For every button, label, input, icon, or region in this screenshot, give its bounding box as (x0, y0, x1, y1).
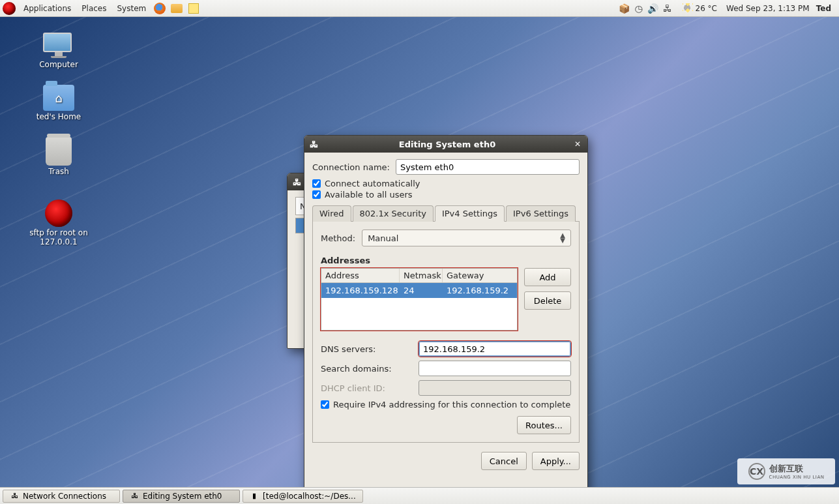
firefox-launcher-icon[interactable] (153, 1, 167, 16)
tab-ipv6-settings[interactable]: IPv6 Settings (506, 205, 576, 222)
available-all-users-checkbox[interactable] (312, 190, 321, 199)
top-panel-left: Applications Places System (0, 1, 202, 16)
cell-netmask: 24 (400, 283, 443, 298)
require-ipv4-checkbox[interactable] (321, 400, 329, 409)
task-editing-eth0[interactable]: 🖧 Editing System eth0 (123, 490, 240, 503)
task-terminal-icon: ▮ (250, 492, 259, 501)
package-updates-icon[interactable]: 📦 (619, 3, 630, 14)
netconn-title-icon: 🖧 (291, 177, 302, 187)
connection-name-input[interactable] (396, 159, 580, 175)
watermark-brand: 创新互联 (769, 463, 825, 475)
cancel-button[interactable]: Cancel (481, 452, 527, 470)
cell-address: 192.168.159.128 (321, 283, 400, 298)
task-terminal[interactable]: ▮ [ted@localhost:~/Des... (243, 490, 363, 503)
editing-eth0-dialog: 🖧 Editing System eth0 ✕ Connection name:… (304, 135, 588, 487)
method-combo[interactable]: Manual ▲▼ (362, 230, 571, 246)
method-label: Method: (321, 233, 355, 243)
connection-name-label: Connection name: (312, 162, 396, 172)
col-netmask[interactable]: Netmask (400, 269, 443, 282)
top-panel-right: 📦 ◷ 🔊 🖧 26 °C Wed Sep 23, 1:13 PM Ted (619, 3, 839, 14)
search-domains-input[interactable] (419, 361, 571, 376)
watermark-logo-icon: CX (748, 463, 765, 480)
weather-applet[interactable]: 26 °C (683, 3, 717, 14)
dhcp-client-id-input (419, 380, 571, 396)
file-manager-launcher-icon[interactable] (169, 1, 184, 16)
dialog-body: Connection name: Connect automatically A… (304, 153, 587, 478)
addresses-heading: Addresses (321, 256, 571, 265)
method-value: Manual (368, 233, 398, 243)
combo-arrows-icon: ▲▼ (560, 233, 565, 243)
apply-button[interactable]: Apply... (532, 452, 580, 470)
addresses-header-row: Address Netmask Gateway (321, 269, 517, 283)
connect-automatically-label: Connect automatically (325, 179, 420, 188)
notes-launcher-icon[interactable] (186, 1, 201, 16)
volume-icon[interactable]: 🔊 (647, 3, 659, 14)
tab-8021x-security[interactable]: 802.1x Security (353, 205, 434, 222)
desktop-icon-trash[interactable]: Trash (13, 137, 104, 176)
bottom-panel: 🖧 Network Connections 🖧 Editing System e… (0, 487, 839, 504)
require-ipv4-label: Require IPv4 addressing for this connect… (333, 400, 570, 409)
watermark-sub: CHUANG XIN HU LIAN (769, 475, 825, 480)
tab-wired[interactable]: Wired (312, 205, 351, 222)
col-gateway[interactable]: Gateway (443, 269, 517, 282)
available-all-users-label: Available to all users (325, 190, 413, 200)
home-label: ted's Home (37, 112, 81, 121)
computer-icon (43, 33, 74, 59)
home-folder-icon: ⌂ (43, 85, 74, 111)
menu-system[interactable]: System (111, 4, 151, 13)
routes-button[interactable]: Routes... (517, 416, 571, 434)
user-menu[interactable]: Ted (812, 4, 835, 13)
desktop-icon-home[interactable]: ⌂ ted's Home (13, 85, 104, 121)
watermark: CX 创新互联 CHUANG XIN HU LIAN (737, 458, 835, 484)
ipv4-tab-page: Method: Manual ▲▼ Addresses Address Netm… (312, 222, 580, 443)
task-netconn-label: Network Connections (23, 492, 106, 501)
dhcp-client-id-label: DHCP client ID: (321, 383, 419, 393)
computer-label: Computer (39, 60, 78, 69)
cell-gateway: 192.168.159.2 (443, 283, 517, 298)
task-eth0-icon: 🖧 (130, 492, 139, 501)
sftp-label: sftp for root on 127.0.0.1 (13, 228, 104, 247)
dns-servers-input[interactable] (419, 341, 571, 357)
dialog-titlebar[interactable]: 🖧 Editing System eth0 ✕ (304, 136, 587, 153)
tab-ipv4-settings[interactable]: IPv4 Settings (435, 205, 505, 222)
network-icon[interactable]: 🖧 (662, 3, 673, 14)
dns-servers-label: DNS servers: (321, 344, 419, 354)
dialog-title: Editing System eth0 (323, 140, 572, 149)
weather-temp: 26 °C (696, 4, 717, 13)
dialog-title-icon: 🖧 (308, 139, 319, 149)
trash-label: Trash (48, 167, 69, 176)
trash-icon (46, 137, 72, 166)
addresses-table[interactable]: Address Netmask Gateway 192.168.159.128 … (321, 268, 518, 331)
weather-icon (683, 3, 693, 14)
task-terminal-label: [ted@localhost:~/Des... (263, 492, 356, 501)
desktop-icon-sftp[interactable]: sftp for root on 127.0.0.1 (13, 200, 104, 247)
desktop-icon-computer[interactable]: Computer (13, 33, 104, 69)
col-address[interactable]: Address (321, 269, 400, 282)
clock[interactable]: Wed Sep 23, 1:13 PM (726, 4, 810, 13)
settings-tabs: Wired 802.1x Security IPv4 Settings IPv6… (312, 205, 580, 222)
task-network-connections[interactable]: 🖧 Network Connections (3, 490, 120, 503)
redhat-logo-icon[interactable] (3, 2, 16, 15)
menu-places[interactable]: Places (76, 4, 111, 13)
add-button[interactable]: Add (524, 268, 571, 286)
search-domains-label: Search domains: (321, 364, 419, 374)
connect-automatically-checkbox[interactable] (312, 179, 321, 188)
close-button[interactable]: ✕ (572, 138, 583, 150)
cpu-monitor-icon[interactable]: ◷ (633, 3, 645, 14)
menu-applications[interactable]: Applications (18, 4, 76, 13)
task-eth0-label: Editing System eth0 (143, 492, 222, 501)
desktop[interactable]: Computer ⌂ ted's Home Trash sftp for roo… (0, 17, 839, 487)
task-netconn-icon: 🖧 (10, 492, 19, 501)
delete-button[interactable]: Delete (524, 291, 571, 310)
table-row[interactable]: 192.168.159.128 24 192.168.159.2 (321, 283, 517, 298)
top-panel: Applications Places System 📦 ◷ 🔊 🖧 26 °C… (0, 0, 839, 17)
sftp-icon (45, 200, 72, 227)
